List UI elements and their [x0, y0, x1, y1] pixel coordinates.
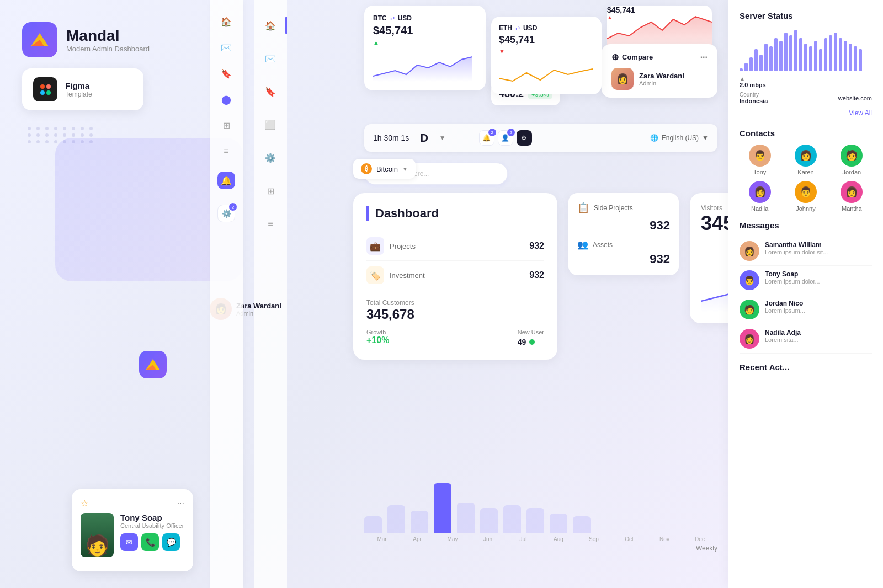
sidebar-list-icon[interactable]: ≡ [262, 215, 279, 233]
tony-info: Tony Soap Central Usability Officer ✉ 📞 … [120, 513, 184, 557]
tony-dots[interactable]: ··· [177, 498, 184, 509]
tony-chat-btn[interactable]: 💬 [162, 533, 180, 551]
sidebar-active-indicator [285, 17, 287, 34]
contact-avatar: 🧑 [841, 145, 863, 167]
server-bar-item [829, 35, 832, 71]
eth-price-badge: $45,741 ▲ [607, 6, 635, 20]
month-label: Jun [479, 536, 497, 542]
logo-text: Mandal Modern Admin Dashboard [66, 27, 150, 53]
compare-dots[interactable]: ··· [700, 52, 708, 62]
message-item[interactable]: 👩 Nadila Adja Lorem sita... [740, 324, 872, 354]
contact-item[interactable]: 👨 Tony [740, 145, 780, 175]
btc-arrow: ⇄ [390, 15, 395, 22]
contact-avatar: 👨 [795, 181, 817, 203]
figma-icon [33, 77, 57, 101]
sidebar-settings-icon[interactable]: ⚙️ [262, 149, 279, 167]
projects-value: 932 [529, 241, 544, 251]
server-info: ▲ 2.0 mbps [740, 76, 872, 88]
side-projects-label: Side Projects [594, 204, 633, 212]
message-item[interactable]: 👨 Tony Soap Lorem ipsum dolor... [740, 266, 872, 295]
tony-phone-btn[interactable]: 📞 [141, 533, 159, 551]
month-label: Mar [373, 536, 391, 542]
figma-card[interactable]: Figma Template [22, 68, 143, 110]
exchange-d-letter: D [420, 132, 428, 145]
server-bar-item [774, 38, 778, 71]
tony-mail-btn[interactable]: ✉ [120, 533, 138, 551]
s2-list-icon[interactable]: ≡ [224, 146, 228, 156]
server-bar-item [789, 35, 792, 71]
server-detail-row: Country Indonesia website.com [740, 88, 872, 108]
notif-btn-1[interactable]: 🔔 2 [479, 130, 494, 146]
contact-item[interactable]: 👨 Johnny [785, 181, 826, 212]
compare-user-avatar: 👩 [611, 68, 634, 90]
tony-avatar: 🧑 [81, 513, 114, 557]
s2-grid-icon[interactable]: ⊞ [223, 120, 230, 131]
month-label: Oct [620, 536, 638, 542]
server-bar-item [849, 44, 852, 71]
server-bar-item [749, 57, 753, 71]
investment-icon: 🏷️ [366, 266, 384, 284]
bitcoin-logo-icon: ₿ [361, 163, 372, 174]
side-projects-value: 932 [577, 218, 670, 233]
contact-item[interactable]: 🧑 Jordan [832, 145, 872, 175]
bar-item [411, 511, 428, 533]
contact-name: Tony [753, 169, 766, 175]
sidebar-bookmark-icon[interactable]: 🔖 [262, 83, 279, 100]
s2-notification-btn[interactable]: 🔔 [217, 172, 235, 189]
server-bar-item [740, 68, 743, 71]
lang-dropdown-arrow: ▼ [702, 134, 709, 142]
s2-circle-icon[interactable]: ⬤ [221, 94, 231, 105]
s2-badge: 2 [229, 203, 237, 211]
weekly-label: Weekly [353, 544, 728, 552]
sidebar-home-icon[interactable]: 🏠 [262, 17, 279, 34]
server-bar-item [764, 44, 768, 71]
assets-label: Assets [593, 241, 613, 249]
contact-item[interactable]: 👩 Mantha [832, 181, 872, 212]
server-bar-item [819, 49, 822, 71]
bitcoin-selector[interactable]: ₿ Bitcoin ▼ [353, 159, 416, 179]
month-labels: MarAprMayJunJulAugSepOctNovDec [353, 536, 728, 542]
message-item[interactable]: 🧑 Jordan Nico Lorem ipsum... [740, 295, 872, 324]
eth-card: ETH ⇄ USD $45,741 ▼ [491, 17, 602, 94]
btc-chart [373, 51, 477, 82]
sidebar-layers-icon[interactable]: ⬜ [262, 116, 279, 133]
s2-home-icon[interactable]: 🏠 [221, 17, 232, 27]
exchange-arrow: ▼ [439, 134, 446, 142]
new-user-label: New User [518, 329, 544, 335]
sidebar-grid-icon[interactable]: ⊞ [262, 182, 279, 200]
server-bar-item [824, 38, 827, 71]
total-customers-area: Total Customers 345,678 [366, 299, 544, 322]
s2-mail-icon[interactable]: ✉️ [221, 42, 232, 53]
message-avatar: 👩 [740, 329, 759, 349]
contact-name: Mantha [842, 205, 862, 212]
tony-name: Tony Soap [120, 513, 184, 522]
month-label: Nov [656, 536, 673, 542]
compare-user-info: Zara Wardani Admin [639, 72, 684, 87]
view-all-link[interactable]: View All [849, 109, 872, 117]
s2-gear-btn[interactable]: ⚙️ 2 [217, 205, 235, 222]
eth-arrow: ⇄ [515, 25, 520, 31]
new-user-value: 49 [518, 338, 526, 346]
bar-item [480, 508, 498, 533]
star-icon[interactable]: ☆ [81, 498, 88, 509]
language-selector[interactable]: 🌐 English (US) ▼ [650, 134, 709, 142]
projects-stat-row: 💼 Projects 932 [366, 232, 544, 261]
contact-item[interactable]: 👩 Nadila [740, 181, 780, 212]
contact-item[interactable]: 👩 Karen [785, 145, 826, 175]
sidebar-mail-icon[interactable]: ✉️ [262, 50, 279, 67]
message-item[interactable]: 👩 Samantha William Lorem ipsum dolor sit… [740, 237, 872, 266]
tony-phone-icon: 📞 [146, 538, 155, 547]
monthly-bar-chart [353, 445, 728, 533]
s2-bookmark-icon[interactable]: 🔖 [221, 68, 232, 79]
bar-item [457, 503, 475, 533]
contact-name: Nadila [751, 205, 768, 212]
dark-btn[interactable]: ⚙ [517, 130, 532, 146]
sidebar-user-info: Zara Wardani Admin [236, 302, 281, 317]
messages-title: Messages [740, 221, 872, 230]
tony-mail-icon: ✉ [126, 538, 132, 547]
server-bar-item [814, 41, 817, 71]
assets-value: 932 [577, 252, 670, 266]
contact-avatar: 👨 [749, 145, 771, 167]
notif-btn-2[interactable]: 👤 2 [498, 130, 513, 146]
eth-badge-arrow: ▲ [607, 14, 635, 20]
